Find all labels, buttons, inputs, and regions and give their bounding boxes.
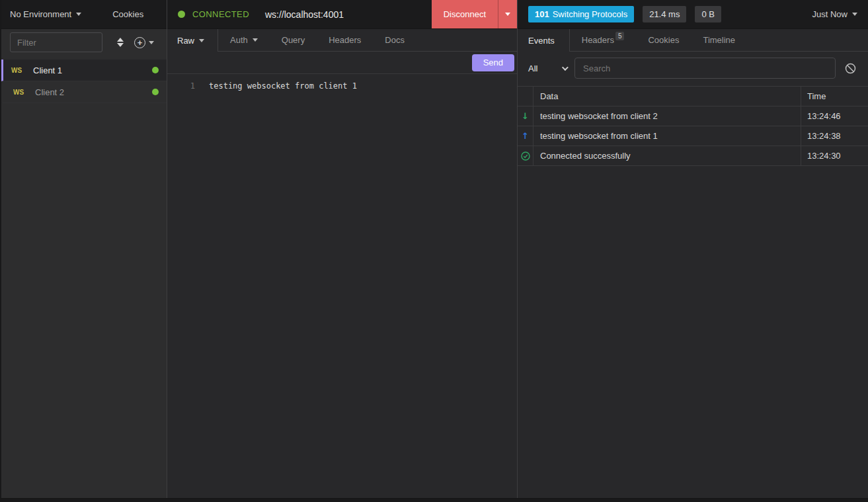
status-code: 101 [535,9,549,19]
chevron-down-icon [505,13,510,16]
chevron-down-icon [76,13,81,16]
chevron-down-icon [149,41,154,44]
tab-auth-label: Auth [230,35,248,45]
sidebar-filter-row: + [1,29,167,56]
request-tab-list: Auth Query Headers Docs [218,29,517,52]
client-name: Client 1 [33,65,62,75]
message-sent-icon: ↑ [518,126,533,146]
client-name: Client 2 [35,87,64,97]
connected-dot-icon [152,67,159,73]
disconnect-dropdown[interactable] [498,0,517,28]
tab-timeline[interactable]: Timeline [691,29,747,51]
sidebar: No Environment Cookies + WS Client 1 [1,0,167,498]
connection-status-label: CONNECTED [192,9,249,19]
tab-auth[interactable]: Auth [218,29,270,51]
event-data: testing websocket from client 1 [533,126,801,146]
sort-up-arrow [117,38,124,42]
table-row[interactable]: ↓ testing websocket from client 2 13:24:… [518,106,868,126]
environment-selector[interactable]: No Environment [10,9,81,19]
event-time: 13:24:30 [801,151,868,161]
message-editor[interactable]: 1 testing websocket from client 1 [167,74,517,498]
ws-method-label: WS [11,67,33,74]
disconnect-button[interactable]: Disconnect [432,0,517,28]
status-badge: 101 Switching Protocols [528,6,634,22]
event-data: Connected successfully [533,146,801,165]
response-time-badge: 21.4 ms [643,6,686,22]
clear-events-icon[interactable] [845,63,856,74]
response-status-bar: 101 Switching Protocols 21.4 ms 0 B Just… [518,0,868,29]
data-column-header: Data [533,87,801,106]
headers-count-badge: 5 [615,32,625,40]
events-table: Data Time ↓ testing websocket from clien… [518,86,868,166]
response-tabs: Events Headers 5 Cookies Timeline [518,29,868,52]
event-time: 13:24:46 [801,111,868,121]
line-number: 1 [167,80,195,92]
response-size-badge: 0 B [695,6,721,22]
sort-icon[interactable] [117,38,124,47]
events-search-input[interactable] [574,58,836,79]
connected-dot-icon [152,89,159,95]
event-type-value: All [528,63,537,73]
events-table-header: Data Time [518,87,868,106]
tab-events-label: Events [528,36,555,46]
tab-headers-label: Headers [582,35,614,45]
chevron-down-icon [253,38,258,42]
connection-bar: CONNECTED ws://localhost:4001 Disconnect [167,0,517,29]
tab-docs[interactable]: Docs [373,29,416,51]
recency-selector[interactable]: Just Now [812,9,857,19]
websocket-url: ws://localhost:4001 [265,9,344,20]
tab-query[interactable]: Query [270,29,317,51]
environment-label: No Environment [10,9,71,19]
chevron-down-icon [562,64,569,71]
time-column-header: Time [801,91,868,101]
ws-method-label: WS [13,89,35,96]
chevron-down-icon [199,39,204,42]
tab-headers[interactable]: Headers [317,29,373,51]
tab-headers[interactable]: Headers 5 [570,29,637,51]
editor-line-text: testing websocket from client 1 [209,80,357,92]
client-list-item[interactable]: WS Client 2 [1,81,167,103]
events-filter-row: All [518,52,868,82]
tab-cookies[interactable]: Cookies [636,29,691,51]
event-time: 13:24:38 [801,131,868,141]
event-type-select[interactable]: All [528,63,574,73]
cookies-link[interactable]: Cookies [112,9,143,19]
recency-label: Just Now [812,9,848,19]
message-received-icon: ↓ [518,106,533,126]
sort-down-arrow [117,43,124,47]
tab-events[interactable]: Events [518,29,570,52]
message-type-label: Raw [177,36,194,46]
table-row[interactable]: Connected successfully 13:24:30 [518,146,868,166]
send-button[interactable]: Send [472,54,514,71]
event-data: testing websocket from client 2 [533,106,801,126]
sidebar-topbar: No Environment Cookies [1,0,167,29]
check-circle-icon [518,146,533,165]
disconnect-button-label: Disconnect [432,0,498,28]
response-panel: 101 Switching Protocols 21.4 ms 0 B Just… [518,0,868,498]
request-tabs: Raw Auth Query Headers Docs [167,29,517,52]
editor-line: 1 testing websocket from client 1 [167,80,517,92]
icon-column-header [518,87,533,106]
app-window: No Environment Cookies + WS Client 1 [0,0,868,499]
request-panel: CONNECTED ws://localhost:4001 Disconnect… [167,0,518,498]
plus-circle-icon: + [134,37,145,48]
filter-input[interactable] [10,32,102,52]
client-list: WS Client 1 WS Client 2 [1,60,167,103]
message-type-selector[interactable]: Raw [167,29,218,52]
client-list-item[interactable]: WS Client 1 [1,60,167,81]
add-client-button[interactable]: + [134,37,154,48]
status-text: Switching Protocols [553,9,627,19]
chevron-down-icon [852,13,857,16]
send-row: Send [167,52,517,74]
connection-status-dot-icon [178,11,185,18]
table-row[interactable]: ↑ testing websocket from client 1 13:24:… [518,126,868,146]
response-tab-list: Headers 5 Cookies Timeline [570,29,868,52]
